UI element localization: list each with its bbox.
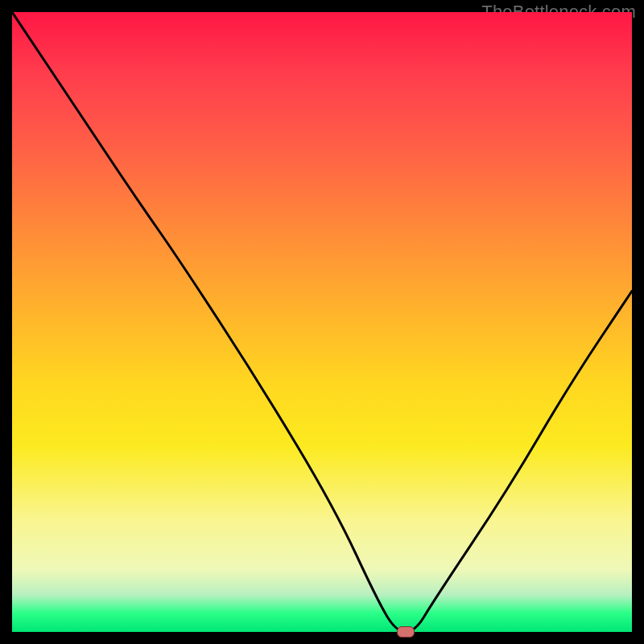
- optimal-point-marker: [397, 626, 415, 638]
- chart-container: TheBottleneck.com: [0, 0, 644, 644]
- bottleneck-curve: [12, 12, 632, 632]
- plot-area: [12, 12, 632, 632]
